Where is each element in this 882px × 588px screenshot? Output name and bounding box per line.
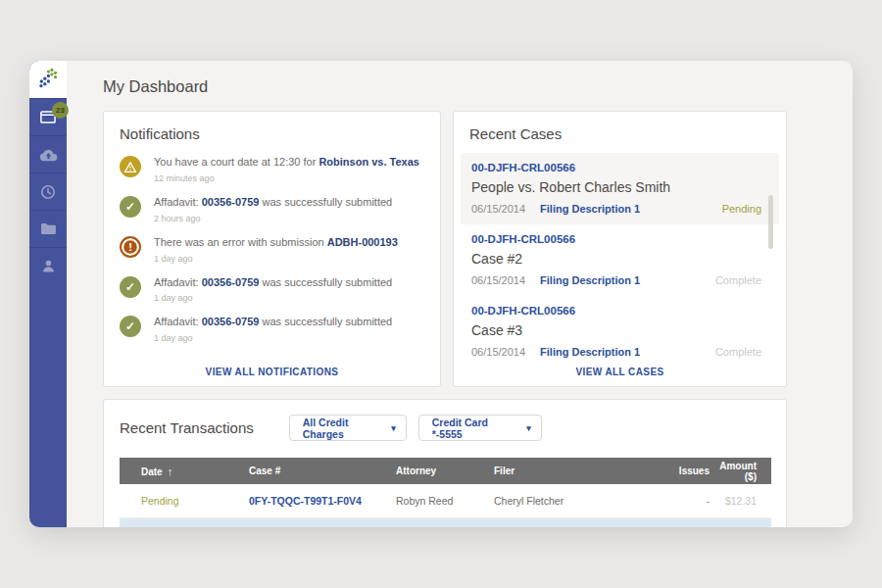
case-number-link[interactable]: 00-DJFH-CRL00566 [471,162,761,173]
message-text: Affadavit: [154,316,202,327]
credit-card-filter-dropdown[interactable]: Credit Card *-5555 ▾ [418,415,542,441]
transaction-amount: $12.31 [710,495,757,507]
notification-message: There was an error with submission ADBH-… [154,235,398,250]
message-text: was successfully submitted [259,196,392,208]
notifications-title: Notifications [120,125,424,142]
notification-time: 12 minutes ago [154,173,419,183]
folder-icon [40,222,57,235]
notifications-panel: Notifications You have a court date at 1… [103,111,441,387]
notification-link[interactable]: 00356-0759 [202,316,260,327]
case-date: 06/15/2014 [471,274,525,286]
case-date: 06/15/2014 [471,203,525,215]
message-text: There was an error with submission [154,236,327,248]
sidebar: 23 [29,61,67,527]
notification-message: Affadavit: 00356-0759 was successfully s… [154,195,392,210]
filing-description-link[interactable]: Filing Description 1 [540,274,640,286]
logo-dots-icon [33,65,63,94]
column-header-amount[interactable]: Amount ($) [710,461,757,482]
table-header-row: Date↑ Case # Attorney Filer Issues Amoun… [120,458,771,484]
sidebar-item-history[interactable] [29,172,67,210]
cloud-upload-icon [39,148,58,162]
column-header-issues[interactable]: Issues [631,466,710,476]
recent-cases-panel: Recent Cases 00-DJFH-CRL00566 People vs.… [453,111,787,387]
check-icon: ✓ [120,276,141,298]
user-icon [41,259,56,273]
app-logo [29,61,67,98]
case-list: 00-DJFH-CRL00566 People vs. Robert Charl… [454,153,786,368]
message-text: Affadavit: [154,196,202,208]
column-header-date[interactable]: Date↑ [141,466,249,477]
history-icon [40,184,56,200]
filing-description-link[interactable]: Filing Description 1 [540,346,640,358]
warning-icon [120,156,141,177]
chevron-down-icon: ▾ [391,423,396,433]
page-title: My Dashboard [103,77,208,96]
chevron-down-icon: ▾ [526,423,531,433]
error-icon: ! [120,236,141,258]
case-status-badge: Complete [715,346,761,358]
notification-item: ! There was an error with submission ADB… [120,235,424,264]
notification-message: Affadavit: 00356-0759 was successfully s… [154,315,392,329]
case-status-badge: Pending [722,203,761,215]
check-icon: ✓ [120,196,141,218]
sidebar-item-uploads[interactable] [29,135,67,172]
notification-item: ✓ Affadavit: 00356-0759 was successfully… [120,315,424,343]
column-header-filer[interactable]: Filer [494,466,631,476]
notification-item: You have a court date at 12:30 for Robin… [120,155,424,183]
view-all-notifications-link[interactable]: VIEW ALL NOTIFICATIONS [104,367,440,377]
column-header-case[interactable]: Case # [249,466,396,476]
transaction-issues: - [631,495,710,507]
sidebar-item-files[interactable] [29,210,67,247]
message-text: Affadavit: [154,276,202,288]
notification-link[interactable]: Robinson vs. Texas [318,156,419,168]
case-item[interactable]: 00-DJFH-CRL00566 Case #2 06/15/2014 Fili… [454,224,786,296]
dropdown-selected-value: All Credit Charges [303,416,383,440]
notification-time: 2 hours ago [154,214,392,223]
notification-item: ✓ Affadavit: 00356-0759 was successfully… [120,195,424,223]
case-title: Case #3 [471,322,761,338]
transactions-table: Date↑ Case # Attorney Filer Issues Amoun… [120,458,771,527]
transaction-filer: Cheryl Fletcher [494,495,631,507]
sidebar-item-dashboard[interactable]: 23 [29,98,67,135]
transaction-attorney: Robyn Reed [396,495,494,507]
case-title: People vs. Robert Charles Smith [471,179,761,195]
recent-transactions-panel: Recent Transactions All Credit Charges ▾… [103,399,787,527]
table-row-clipped[interactable] [120,518,771,527]
recent-cases-title: Recent Cases [454,125,786,142]
check-icon: ✓ [120,316,141,337]
column-header-attorney[interactable]: Attorney [396,466,494,476]
case-date: 06/15/2014 [471,346,525,358]
notification-message: Affadavit: 00356-0759 was successfully s… [154,275,392,290]
notification-message: You have a court date at 12:30 for Robin… [154,155,419,170]
notification-time: 1 day ago [154,333,392,343]
transaction-case-link[interactable]: 0FY-TQQC-T99T1-F0V4 [249,495,396,507]
table-row[interactable]: Pending 0FY-TQQC-T99T1-F0V4 Robyn Reed C… [120,484,771,518]
recent-transactions-title: Recent Transactions [120,419,254,436]
dashboard-card: 23 [29,61,853,527]
message-text: was successfully submitted [259,316,392,327]
notification-item: ✓ Affadavit: 00356-0759 was successfully… [120,275,424,304]
case-number-link[interactable]: 00-DJFH-CRL00566 [471,305,761,317]
notification-time: 1 day ago [154,254,398,264]
case-item[interactable]: 00-DJFH-CRL00566 People vs. Robert Charl… [461,153,779,224]
dropdown-selected-value: Credit Card *-5555 [432,416,518,440]
case-title: Case #2 [471,251,761,267]
scrollbar-thumb[interactable] [768,195,773,249]
case-status-badge: Complete [715,274,761,286]
filing-description-link[interactable]: Filing Description 1 [540,203,640,215]
message-text: was successfully submitted [259,276,392,288]
sidebar-item-profile[interactable] [29,247,67,284]
notification-count-badge: 23 [52,102,69,119]
view-all-cases-link[interactable]: VIEW ALL CASES [454,367,786,377]
case-number-link[interactable]: 00-DJFH-CRL00566 [471,233,761,245]
notification-link[interactable]: ADBH-000193 [327,236,398,248]
transaction-date-status: Pending [141,495,249,507]
notification-link[interactable]: 00356-0759 [202,276,260,288]
notification-time: 1 day ago [154,293,392,303]
notification-link[interactable]: 00356-0759 [202,196,260,208]
message-text: You have a court date at 12:30 for [154,156,318,168]
sort-ascending-icon[interactable]: ↑ [168,466,173,477]
notifications-list: You have a court date at 12:30 for Robin… [120,155,424,343]
case-item[interactable]: 00-DJFH-CRL00566 Case #3 06/15/2014 Fili… [454,296,786,368]
charge-type-filter-dropdown[interactable]: All Credit Charges ▾ [289,415,407,441]
